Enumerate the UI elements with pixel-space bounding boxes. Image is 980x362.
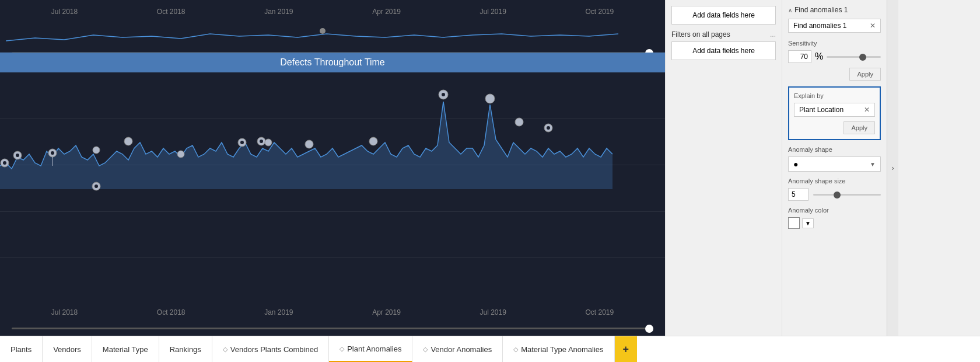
main-chart-svg [0, 72, 665, 304]
svg-point-9 [124, 137, 132, 145]
chart-body [0, 72, 665, 304]
bottom-slider-thumb[interactable] [645, 325, 653, 333]
shape-dropdown-arrow: ▼ [870, 161, 876, 168]
sensitivity-slider[interactable] [827, 52, 881, 61]
tab-material-type[interactable]: Material Type [92, 336, 159, 362]
bottom-axis-label-1: Jul 2018 [51, 308, 78, 316]
bottom-axis-label-3: Jan 2019 [264, 308, 293, 316]
bottom-tabs-bar: Plants Vendors Material Type Rankings ◇ … [0, 336, 980, 362]
tab-vendors-plants-icon: ◇ [223, 346, 228, 353]
sensitivity-apply-button[interactable]: Apply [849, 68, 881, 81]
svg-point-15 [265, 139, 272, 146]
filters-section: Add data fields here Filters on all page… [671, 6, 776, 66]
explain-by-tag-close[interactable]: ✕ [864, 106, 870, 114]
tab-material-type-anomalies[interactable]: ◇ Material Type Anomalies [503, 336, 614, 362]
overview-chart-svg [6, 23, 659, 44]
size-row [788, 188, 881, 201]
anomaly-color-section: Anomaly color ▼ [788, 207, 881, 229]
panel-header-title: ∧ Find anomalies 1 [788, 6, 848, 14]
explain-by-tag: Plant Location ✕ [794, 103, 875, 117]
color-picker-row: ▼ [788, 217, 881, 229]
tab-plant-anomalies[interactable]: ◇ Plant Anomalies [329, 336, 412, 362]
tab-plants-label: Plants [10, 345, 32, 354]
anomalies-panel: ∧ Find anomalies 1 Find anomalies 1 ✕ Se… [782, 0, 887, 336]
tab-plant-anomalies-icon: ◇ [340, 345, 344, 353]
filters-panel: Add data fields here Filters on all page… [665, 0, 782, 336]
add-fields-button-top[interactable]: Add data fields here [671, 6, 776, 25]
overview-dot [320, 28, 326, 34]
axis-label-6: Oct 2019 [585, 8, 614, 16]
axis-label-1: Jul 2018 [51, 8, 78, 16]
sensitivity-label: Sensitivity [788, 40, 881, 47]
color-swatch[interactable] [788, 217, 800, 229]
svg-point-19 [442, 93, 445, 96]
filters-dots[interactable]: ... [770, 30, 776, 39]
color-dropdown-button[interactable]: ▼ [802, 218, 814, 228]
tab-vendor-anomalies-icon: ◇ [423, 346, 428, 353]
svg-point-2 [3, 161, 6, 165]
sensitivity-slider-thumb[interactable] [859, 54, 866, 61]
expand-arrow-icon: › [892, 164, 894, 172]
tab-vendors[interactable]: Vendors [43, 336, 92, 362]
tab-vendor-anomalies-label: Vendor Anomalies [430, 345, 492, 354]
tab-rankings[interactable]: Rankings [159, 336, 212, 362]
tab-material-type-anomalies-icon: ◇ [513, 346, 518, 353]
sensitivity-unit: % [815, 51, 823, 62]
svg-point-23 [547, 126, 550, 130]
sensitivity-row: % [788, 50, 881, 63]
svg-point-8 [93, 147, 100, 154]
svg-point-12 [240, 141, 244, 144]
anomaly-shape-label: Anomaly shape [788, 146, 881, 153]
anomaly-color-label: Anomaly color [788, 207, 881, 214]
axis-label-3: Jan 2019 [264, 8, 293, 16]
panel-title-text: Find anomalies 1 [794, 6, 848, 14]
panel-header: ∧ Find anomalies 1 [788, 6, 881, 14]
svg-point-6 [51, 151, 54, 155]
tab-add-button[interactable]: + [615, 336, 638, 362]
collapse-icon[interactable]: ∧ [788, 7, 792, 13]
tab-plant-anomalies-label: Plant Anomalies [347, 344, 401, 353]
tab-vendors-plants-combined[interactable]: ◇ Vendors Plants Combined [212, 336, 329, 362]
sensitivity-input[interactable] [788, 50, 811, 63]
chart-top-axis: Jul 2018 Oct 2018 Jan 2019 Apr 2019 Jul … [0, 0, 665, 23]
bottom-slider[interactable] [0, 321, 665, 336]
chart-area: Jul 2018 Oct 2018 Jan 2019 Apr 2019 Jul … [0, 0, 665, 336]
bottom-axis-label-6: Oct 2019 [585, 308, 614, 316]
explain-by-tag-label: Plant Location [799, 106, 844, 114]
bottom-axis-label-4: Apr 2019 [372, 308, 401, 316]
find-anomalies-tag: Find anomalies 1 ✕ [788, 19, 881, 33]
svg-point-16 [305, 140, 313, 148]
svg-point-21 [515, 118, 523, 126]
tab-material-type-anomalies-label: Material Type Anomalies [521, 345, 603, 354]
filters-all-pages-row: Filters on all pages ... [671, 30, 776, 39]
chart-top-overview: Jul 2018 Oct 2018 Jan 2019 Apr 2019 Jul … [0, 0, 665, 53]
panel-expand-arrow[interactable]: › [887, 0, 898, 336]
chart-bottom-axis: Jul 2018 Oct 2018 Jan 2019 Apr 2019 Jul … [0, 304, 665, 321]
anomaly-size-input[interactable] [788, 188, 808, 201]
anomaly-shape-section: Anomaly shape ● ▼ [788, 146, 881, 172]
axis-label-2: Oct 2018 [157, 8, 186, 16]
filters-all-pages-label: Filters on all pages [671, 30, 730, 39]
tab-rankings-label: Rankings [170, 345, 201, 354]
size-slider-thumb[interactable] [834, 192, 841, 199]
tab-plants[interactable]: Plants [0, 336, 43, 362]
tab-vendor-anomalies[interactable]: ◇ Vendor Anomalies [412, 336, 503, 362]
chart-title: Defects Throughout Time [0, 53, 665, 72]
add-fields-button-bottom[interactable]: Add data fields here [671, 41, 776, 60]
tab-material-type-label: Material Type [103, 345, 148, 354]
svg-point-14 [260, 140, 263, 143]
anomaly-shape-dropdown[interactable]: ● ▼ [788, 156, 881, 172]
svg-point-17 [369, 137, 377, 145]
find-anomalies-tag-close[interactable]: ✕ [870, 22, 876, 30]
find-anomalies-tag-label: Find anomalies 1 [793, 22, 846, 30]
explain-by-apply-button[interactable]: Apply [844, 121, 875, 134]
svg-point-25 [94, 185, 98, 188]
size-slider[interactable] [813, 190, 881, 199]
svg-point-4 [16, 154, 19, 157]
tab-vendors-plants-label: Vendors Plants Combined [230, 345, 318, 354]
right-panels: Add data fields here Filters on all page… [665, 0, 980, 336]
explain-by-section: Explain by Plant Location ✕ Apply [788, 86, 881, 140]
svg-point-10 [177, 151, 184, 158]
svg-point-20 [485, 94, 495, 103]
anomaly-shape-value: ● [793, 159, 798, 169]
